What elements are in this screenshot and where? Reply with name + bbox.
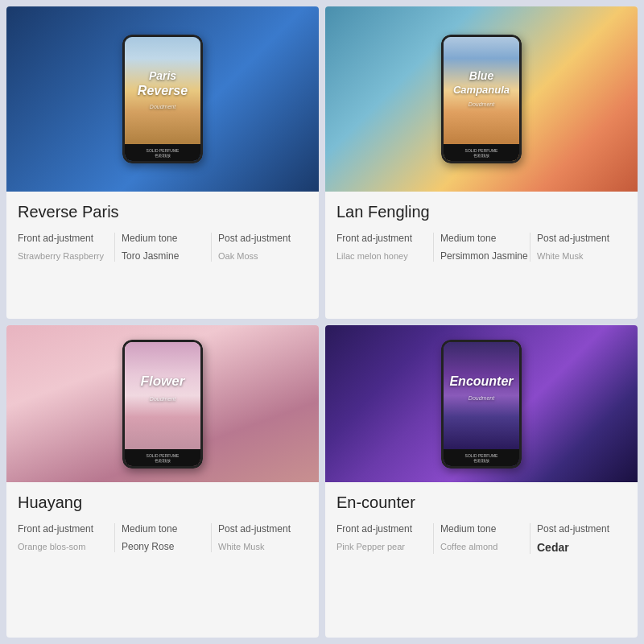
frag-back-huayang: Post ad-justment White Musk — [211, 523, 308, 552]
perfume-label-reverse-paris: SOLID PERFUME 色彩颢放 — [125, 144, 200, 161]
perfume-item-lan-fengling: BlueCampanulaDoudment SOLID PERFUME 色彩颢放 — [441, 35, 522, 163]
frag-front-huayang: Front ad-justment Orange blos-som — [18, 523, 114, 552]
frag-middle-value: Toro Jasmine — [122, 250, 211, 262]
frag-middle-encounter: Medium tone Coffee almond — [433, 523, 530, 554]
frag-front-header-lan: Front ad-justment — [336, 233, 433, 246]
perfume-brand-encounter: Encounter Doudment — [444, 374, 519, 402]
card-title-lan-fengling: Lan Fengling — [336, 203, 626, 221]
frag-front-header-huayang: Front ad-justment — [18, 523, 114, 536]
frag-back-value-encounter: Cedar — [537, 541, 626, 554]
fragrance-table-lan-fengling: Front ad-justment Lilac melon honey Medi… — [336, 233, 626, 262]
perfume-label-huayang: SOLID PERFUME 色彩颢放 — [125, 449, 200, 466]
card-info-lan-fengling: Lan Fengling Front ad-justment Lilac mel… — [325, 192, 638, 319]
frag-front-value-encounter: Pink Pepper pear — [336, 541, 433, 552]
chinese-label-4: 色彩颢放 — [473, 458, 489, 463]
frag-front-encounter: Front ad-justment Pink Pepper pear — [336, 523, 433, 554]
card-title-huayang: Huayang — [18, 493, 308, 512]
frag-front-value-lan: Lilac melon honey — [336, 250, 433, 262]
card-info-huayang: Huayang Front ad-justment Orange blos-so… — [6, 482, 319, 638]
card-encounter: Encounter Doudment SOLID PERFUME 色彩颢放 En… — [325, 325, 638, 638]
card-image-reverse-paris: ParisReverseDoudment SOLID PERFUME 色彩颢放 — [6, 6, 319, 192]
perfume-art-encounter: Encounter Doudment — [444, 342, 519, 449]
card-lan-fengling: BlueCampanulaDoudment SOLID PERFUME 色彩颢放… — [325, 6, 638, 319]
chinese-label-3: 色彩颢放 — [155, 458, 171, 463]
perfume-label-lan-fengling: SOLID PERFUME 色彩颢放 — [444, 144, 519, 161]
card-title-encounter: En-counter — [336, 493, 626, 512]
frag-middle-header: Medium tone — [122, 233, 211, 246]
card-image-lan-fengling: BlueCampanulaDoudment SOLID PERFUME 色彩颢放 — [325, 6, 638, 192]
frag-back-header-encounter: Post ad-justment — [537, 523, 626, 536]
frag-back-header-lan: Post ad-justment — [537, 233, 626, 246]
fragrance-table-encounter: Front ad-justment Pink Pepper pear Mediu… — [336, 523, 626, 554]
frag-front-value-huayang: Orange blos-som — [18, 541, 114, 552]
frag-front-header-encounter: Front ad-justment — [336, 523, 433, 536]
frag-middle-reverse-paris: Medium tone Toro Jasmine — [114, 233, 211, 262]
frag-middle-header-encounter: Medium tone — [440, 523, 530, 536]
card-info-reverse-paris: Reverse Paris Front ad-justment Strawber… — [6, 192, 319, 319]
frag-front-reverse-paris: Front ad-justment Strawberry Raspberry — [18, 233, 114, 262]
frag-middle-header-huayang: Medium tone — [122, 523, 211, 536]
perfume-item-huayang: Flower Doudment SOLID PERFUME 色彩颢放 — [122, 340, 203, 469]
frag-back-lan-fengling: Post ad-justment White Musk — [530, 233, 626, 262]
perfume-art-huayang: Flower Doudment — [125, 342, 200, 449]
frag-back-value: Oak Moss — [218, 250, 308, 262]
frag-back-encounter: Post ad-justment Cedar — [530, 523, 626, 554]
frag-middle-value-encounter: Coffee almond — [440, 541, 530, 552]
perfume-brand-lan-fengling: BlueCampanulaDoudment — [444, 69, 519, 109]
frag-back-header-huayang: Post ad-justment — [218, 523, 308, 536]
frag-middle-lan-fengling: Medium tone Persimmon Jasmine — [433, 233, 530, 262]
perfume-art-reverse-paris: ParisReverseDoudment — [125, 37, 200, 144]
frag-back-value-huayang: White Musk — [218, 541, 308, 552]
card-title-reverse-paris: Reverse Paris — [18, 203, 308, 221]
card-image-huayang: Flower Doudment SOLID PERFUME 色彩颢放 — [6, 325, 319, 482]
frag-middle-huayang: Medium tone Peony Rose — [114, 523, 211, 552]
fragrance-table-huayang: Front ad-justment Orange blos-som Medium… — [18, 523, 308, 552]
perfume-brand-reverse-paris: ParisReverseDoudment — [125, 69, 200, 112]
frag-back-value-lan: White Musk — [537, 250, 626, 262]
frag-front-header: Front ad-justment — [18, 233, 114, 246]
perfume-art-lan-fengling: BlueCampanulaDoudment — [444, 37, 519, 144]
perfume-item-reverse-paris: ParisReverseDoudment SOLID PERFUME 色彩颢放 — [122, 35, 203, 163]
chinese-label: 色彩颢放 — [155, 153, 171, 158]
frag-middle-value-huayang: Peony Rose — [122, 541, 211, 552]
frag-back-header: Post ad-justment — [218, 233, 308, 246]
perfume-label-encounter: SOLID PERFUME 色彩颢放 — [444, 449, 519, 466]
card-reverse-paris: ParisReverseDoudment SOLID PERFUME 色彩颢放 … — [6, 6, 319, 319]
frag-back-reverse-paris: Post ad-justment Oak Moss — [211, 233, 308, 262]
frag-front-value: Strawberry Raspberry — [18, 250, 114, 262]
perfume-item-encounter: Encounter Doudment SOLID PERFUME 色彩颢放 — [441, 340, 522, 469]
fragrance-table-reverse-paris: Front ad-justment Strawberry Raspberry M… — [18, 233, 308, 262]
frag-middle-header-lan: Medium tone — [440, 233, 530, 246]
frag-front-lan-fengling: Front ad-justment Lilac melon honey — [336, 233, 433, 262]
perfume-brand-huayang: Flower Doudment — [125, 374, 200, 403]
card-huayang: Flower Doudment SOLID PERFUME 色彩颢放 Huaya… — [6, 325, 319, 638]
frag-middle-value-lan: Persimmon Jasmine — [440, 250, 530, 262]
card-image-encounter: Encounter Doudment SOLID PERFUME 色彩颢放 — [325, 325, 638, 482]
card-info-encounter: En-counter Front ad-justment Pink Pepper… — [325, 482, 638, 638]
chinese-label-2: 色彩颢放 — [473, 153, 489, 158]
